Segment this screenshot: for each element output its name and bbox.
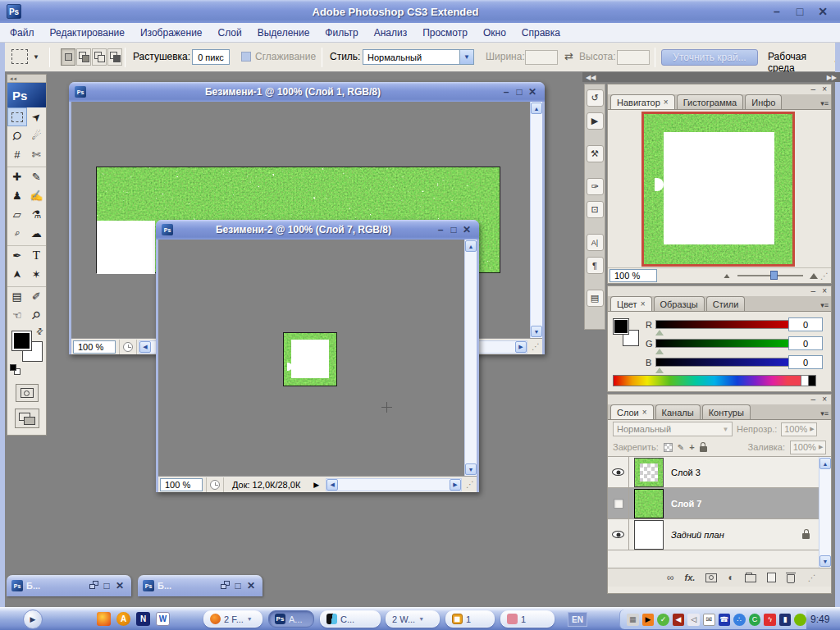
close-icon[interactable]: ✕ — [113, 580, 126, 591]
doc2-horizontal-scrollbar[interactable]: ◀ ▶ — [326, 478, 462, 491]
maximize-icon[interactable]: □ — [231, 580, 244, 591]
tab-close-icon[interactable]: × — [641, 299, 646, 308]
navigator-zoom-slider[interactable] — [737, 275, 803, 276]
blend-mode-select[interactable]: Нормальный ▼ — [613, 422, 733, 436]
scroll-up-icon[interactable]: ▲ — [465, 240, 477, 252]
tray-green-icon[interactable] — [794, 614, 806, 626]
lock-position-icon[interactable]: + — [689, 442, 694, 452]
task-folder[interactable]: ▦ 1 — [445, 610, 495, 628]
tab-styles[interactable]: Стили — [706, 296, 746, 311]
style-select[interactable]: Нормальный ▼ — [363, 49, 474, 65]
quick-launch-flame-icon[interactable] — [97, 612, 111, 626]
menu-view[interactable]: Просмотр — [422, 27, 468, 39]
status-menu-arrow-icon[interactable]: ▶ — [313, 481, 319, 489]
visibility-toggle[interactable] — [608, 488, 629, 518]
layer-thumbnail[interactable] — [634, 520, 664, 550]
dock-header[interactable]: ◀◀ ▶▶ — [582, 72, 840, 82]
link-layers-icon[interactable]: ∞ — [667, 572, 674, 583]
version-cue-button[interactable] — [119, 340, 137, 354]
visibility-toggle[interactable] — [608, 519, 629, 550]
tab-swatches[interactable]: Образцы — [654, 296, 705, 311]
quick-mask-button[interactable] — [16, 384, 39, 402]
adjustment-layer-icon[interactable]: ◐ — [728, 572, 733, 583]
tray-volume-icon[interactable]: ◀ — [673, 614, 685, 626]
toolbox-grip[interactable]: ◂◂ — [7, 75, 46, 83]
add-mask-icon[interactable] — [705, 573, 717, 582]
doc2-maximize-icon[interactable]: □ — [447, 224, 460, 235]
tray-check-icon[interactable]: ✓ — [657, 614, 669, 626]
tab-close-icon[interactable]: × — [664, 98, 669, 107]
tab-close-icon[interactable]: × — [642, 408, 647, 417]
doc2-title-bar[interactable]: Ps Безимени-2 @ 100% (Слой 7, RGB/8) – □… — [156, 220, 479, 240]
doc2-minimize-icon[interactable]: – — [434, 224, 447, 235]
slider-thumb[interactable] — [655, 368, 664, 373]
white-swatch[interactable] — [801, 376, 808, 386]
subtract-selection-button[interactable] — [92, 48, 107, 66]
scroll-left-icon[interactable]: ◀ — [139, 341, 151, 353]
language-indicator[interactable]: EN — [568, 612, 587, 627]
tool-presets-panel-button[interactable]: ⚒ — [587, 145, 604, 162]
green-value-field[interactable]: 0 — [788, 336, 823, 350]
minimized-document-2[interactable]: Ps Б... □ ✕ — [138, 575, 262, 596]
chevron-down-icon[interactable]: ▼ — [459, 50, 473, 64]
panel-close-icon[interactable]: × — [822, 85, 827, 94]
foreground-color-swatch[interactable] — [613, 318, 629, 335]
layer-thumbnail[interactable] — [634, 489, 664, 518]
doc1-vertical-scrollbar[interactable]: ▲ ▼ — [530, 102, 542, 338]
zoom-in-icon[interactable] — [810, 273, 818, 279]
eraser-tool[interactable]: ▱ — [7, 205, 27, 224]
tray-lightning-icon[interactable]: ϟ — [764, 614, 776, 626]
doc2-close-icon[interactable]: ✕ — [460, 224, 473, 235]
shape-tool[interactable]: ✶ — [27, 265, 47, 284]
default-colors-icon[interactable] — [10, 364, 21, 375]
menu-select[interactable]: Выделение — [258, 27, 310, 39]
layer-name[interactable]: Слой 3 — [671, 468, 831, 477]
scroll-up-icon[interactable]: ▲ — [531, 103, 542, 114]
scroll-down-icon[interactable]: ▼ — [819, 555, 831, 567]
height-input[interactable] — [617, 50, 650, 65]
layer-name[interactable]: Слой 7 — [671, 499, 831, 509]
tab-navigator[interactable]: Навигатор× — [610, 94, 675, 109]
menu-filter[interactable]: Фильтр — [325, 27, 358, 39]
sponge-tool[interactable]: ☁ — [27, 224, 47, 243]
maximize-icon[interactable]: □ — [100, 580, 113, 591]
tab-info[interactable]: Инфо — [745, 94, 782, 109]
add-selection-button[interactable] — [76, 48, 91, 66]
close-icon[interactable]: ✕ — [244, 580, 258, 591]
color-spectrum-ramp[interactable] — [613, 375, 816, 386]
panel-menu-icon[interactable]: ▾≡ — [820, 301, 829, 309]
actions-panel-button[interactable]: ▶ — [587, 112, 604, 130]
layer-row-1[interactable]: Слой 3 — [608, 457, 831, 488]
workspace-menu[interactable]: Рабочая среда ▼ — [768, 51, 840, 74]
resize-grip[interactable]: ⋰ — [466, 480, 474, 489]
panel-minimize-icon[interactable]: – — [811, 287, 816, 295]
tray-speaker-icon[interactable]: ◁ — [687, 614, 700, 626]
minimized-document-1[interactable]: Ps Б... □ ✕ — [7, 575, 131, 596]
task-photoshop[interactable]: Ps A... — [268, 610, 314, 628]
swap-colors-icon[interactable]: ⇄ — [34, 326, 45, 337]
red-value-field[interactable]: 0 — [788, 317, 823, 331]
antialias-checkbox[interactable] — [241, 52, 251, 62]
notes-tool[interactable]: ▤ — [7, 287, 27, 306]
layer-style-icon[interactable]: fx. — [685, 573, 696, 582]
lock-paint-icon[interactable]: ✎ — [678, 443, 684, 452]
doc1-minimize-icon[interactable]: – — [500, 86, 513, 98]
opacity-field[interactable]: 100%▶ — [781, 422, 817, 436]
layers-scrollbar[interactable]: ▲ ▼ — [819, 457, 831, 568]
slice-tool[interactable]: ✄ — [27, 145, 47, 164]
layer-name[interactable]: Задний план — [671, 530, 802, 540]
menu-help[interactable]: Справка — [522, 27, 560, 39]
layer-comps-panel-button[interactable]: ▤ — [587, 290, 604, 307]
paint-bucket-tool[interactable]: ⚗ — [27, 205, 47, 224]
tab-color[interactable]: Цвет× — [610, 296, 652, 311]
quick-launch-n-icon[interactable]: N — [136, 612, 150, 626]
tray-cleaner-icon[interactable]: C — [749, 614, 761, 626]
path-select-tool[interactable]: ➤ — [7, 265, 27, 284]
spectrum-gradient[interactable] — [614, 376, 801, 386]
move-tool[interactable]: ➤ — [27, 107, 47, 126]
brush-tool[interactable]: ✎ — [27, 167, 47, 186]
restore-icon[interactable] — [218, 580, 231, 591]
intersect-selection-button[interactable] — [107, 48, 122, 66]
new-selection-button[interactable] — [61, 48, 75, 66]
history-brush-tool[interactable]: ✍ — [27, 186, 47, 205]
